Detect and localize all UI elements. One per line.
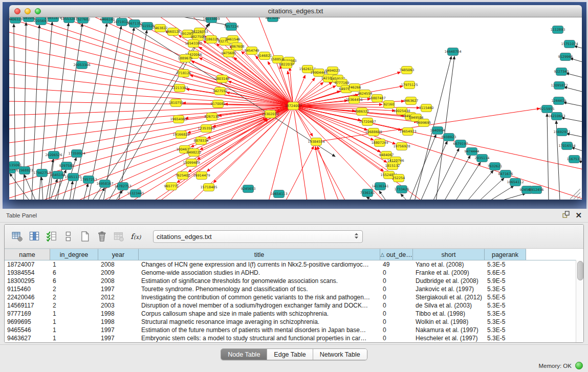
toolbar-button-delete-table[interactable] — [95, 230, 108, 243]
table-row[interactable]: 1830029562008Estimation of significance … — [5, 277, 583, 285]
graph-node[interactable]: 9170081 — [211, 100, 226, 108]
memory-ok-indicator[interactable] — [575, 362, 583, 369]
graph-node[interactable]: 1167533 — [567, 156, 582, 163]
table-row[interactable]: 2242004622012Investigating the contribut… — [5, 293, 583, 301]
close-panel-icon[interactable]: ✕ — [575, 212, 582, 219]
graph-node[interactable]: 3427552 — [213, 87, 228, 95]
graph-node[interactable]: 9129966 — [558, 53, 573, 61]
tab-network-table[interactable]: Network Table — [313, 349, 367, 360]
graph-node[interactable]: 14136141 — [372, 183, 388, 190]
graph-node[interactable]: 8215955 — [540, 105, 555, 113]
table-row[interactable]: 969969511998Structural magnetic resonanc… — [5, 318, 583, 326]
graph-node[interactable]: 2935114 — [475, 155, 490, 162]
graph-node[interactable]: 6679197 — [453, 140, 468, 148]
table-row[interactable]: 911546021997Tourette syndrome. Phenomeno… — [5, 285, 583, 293]
graph-node[interactable]: 19166829 — [172, 131, 189, 139]
graph-node[interactable]: 15718485 — [200, 184, 217, 191]
column-header-pagerank[interactable]: pagerank — [485, 249, 526, 260]
graph-node[interactable]: 9115460 — [419, 104, 434, 112]
graph-node[interactable]: 8912456 — [529, 186, 544, 194]
graph-node[interactable]: 62160 — [384, 101, 395, 108]
scrollbar-thumb[interactable] — [577, 261, 583, 280]
graph-node[interactable]: 16033809 — [203, 17, 220, 23]
graph-node[interactable]: 252254 — [393, 174, 405, 182]
graph-node[interactable]: 16210643 — [548, 113, 565, 120]
toolbar-button-function-builder[interactable]: f(x) — [129, 230, 142, 243]
graph-node[interactable]: 15751074 — [561, 40, 578, 48]
column-header-short[interactable]: short — [413, 249, 485, 260]
graph-node[interactable]: 6822037 — [279, 61, 294, 69]
graph-node[interactable]: 16648784 — [444, 48, 461, 56]
graph-node[interactable]: 9461546 — [226, 36, 241, 43]
graph-node[interactable]: 15051135 — [64, 173, 81, 181]
graph-node[interactable]: 7632621 — [488, 163, 503, 170]
graph-node[interactable]: 1733426 — [395, 186, 409, 193]
graph-node[interactable]: 15692971 — [553, 128, 570, 136]
table-select-dropdown[interactable]: citations_edges.txt — [153, 230, 363, 243]
toolbar-button-delete-rows[interactable] — [112, 230, 125, 243]
toolbar-button-show-columns[interactable] — [28, 230, 41, 243]
table-row[interactable]: 1456911722003Disruption of a novel membe… — [5, 301, 583, 310]
graph-node[interactable]: 10654113 — [270, 190, 287, 198]
graph-node[interactable]: 10688609 — [365, 128, 382, 136]
graph-node[interactable]: 9474444 — [465, 148, 480, 156]
toolbar-button-merge-tables[interactable] — [61, 230, 75, 243]
graph-node[interactable]: 746266 — [349, 84, 361, 92]
graph-node[interactable]: 10654112 — [507, 179, 524, 186]
graph-node[interactable]: 15323445 — [127, 190, 144, 198]
graph-node[interactable]: 1810755 — [169, 99, 184, 107]
column-header-year[interactable]: year — [98, 249, 139, 260]
graph-node[interactable]: 17016534 — [558, 142, 575, 150]
graph-node[interactable]: 9146821 — [257, 52, 272, 60]
column-header-out_de[interactable]: △out_de… — [380, 249, 413, 260]
graph-node[interactable]: 8660128 — [166, 28, 181, 36]
graph-node[interactable]: 12353593 — [198, 125, 214, 133]
tab-node-table[interactable]: Node Table — [221, 349, 267, 360]
graph-node[interactable]: 2718126 — [177, 70, 191, 77]
graph-node[interactable]: 18807249 — [371, 139, 388, 147]
graph-node[interactable]: 1889675 — [178, 55, 193, 62]
graph-node[interactable]: 9406329 — [9, 17, 23, 24]
graph-node[interactable]: 7336141 — [360, 189, 375, 197]
graph-node[interactable]: 19384554 — [308, 138, 324, 146]
graph-node[interactable]: 7625402 — [176, 172, 190, 180]
graph-node[interactable]: 9475685 — [222, 50, 236, 57]
graph-node[interactable]: 9463627 — [404, 97, 419, 105]
graph-node[interactable]: 8878334 — [194, 137, 209, 145]
graph-node[interactable]: 8938923 — [442, 134, 456, 141]
graph-node[interactable]: 8471676 — [498, 170, 513, 178]
graph-node[interactable]: 8186328 — [204, 36, 219, 43]
network-canvas[interactable]: 1872400774638228660128891295428226053982… — [9, 17, 582, 200]
graph-node[interactable]: 15099489 — [183, 159, 200, 167]
float-panel-icon[interactable] — [562, 210, 570, 221]
graph-node[interactable]: 2803144 — [215, 75, 230, 83]
graph-node[interactable]: 12095872 — [551, 82, 568, 90]
table-row[interactable]: 1938455462009Genome-wide association stu… — [5, 269, 583, 277]
graph-node[interactable]: 1244419 — [552, 97, 567, 105]
table-row[interactable]: 1872400712008Changes of HCN gene express… — [5, 260, 583, 269]
graph-node[interactable]: 9227343 — [554, 68, 569, 76]
vertical-scrollbar[interactable] — [576, 260, 583, 342]
resize-grip-icon[interactable] — [570, 189, 580, 199]
graph-node[interactable]: 19756928 — [393, 143, 410, 150]
graph-node[interactable]: 8813054 — [266, 17, 280, 22]
graph-node[interactable]: 9245653 — [241, 185, 256, 193]
graph-node[interactable]: 1815132 — [385, 162, 400, 170]
graph-node[interactable]: 17942757 — [33, 169, 50, 177]
table-row[interactable]: 946362711997Embryonic stem cells: a mode… — [5, 334, 583, 342]
graph-node[interactable]: 7986322 — [355, 108, 369, 116]
graph-node[interactable]: 1640954 — [430, 127, 445, 135]
toolbar-button-select-columns[interactable] — [45, 230, 58, 243]
graph-node[interactable]: 1112893 — [551, 26, 565, 34]
graph-node[interactable]: 7515526 — [140, 23, 155, 30]
graph-node[interactable]: 9699695 — [417, 119, 431, 127]
column-header-title[interactable]: title — [139, 249, 380, 260]
table-row[interactable]: 977716911998Corpus callosum shape and si… — [5, 310, 583, 318]
tab-edge-table[interactable]: Edge Table — [267, 349, 313, 360]
column-header-name[interactable]: name — [5, 249, 50, 260]
graph-node[interactable]: 17957253 — [80, 176, 97, 184]
graph-node[interactable]: 8498222 — [187, 149, 202, 157]
graph-node[interactable]: 9297588 — [59, 162, 74, 170]
graph-node[interactable]: 19654985 — [170, 116, 187, 123]
graph-node[interactable]: 9657771 — [164, 183, 179, 190]
